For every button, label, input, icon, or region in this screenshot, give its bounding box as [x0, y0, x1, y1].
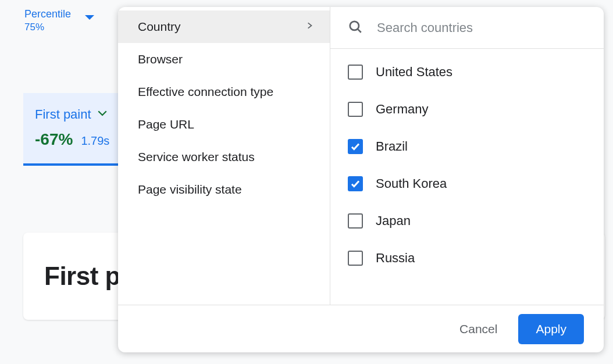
filter-item-effective-connection-type[interactable]: Effective connection type [118, 76, 330, 108]
percentile-label: Percentile [24, 8, 71, 20]
country-label: Brazil [376, 139, 408, 154]
country-label: South Korea [376, 176, 447, 191]
filter-item-page-visibility-state[interactable]: Page visibility state [118, 173, 330, 206]
checkbox[interactable] [348, 176, 363, 191]
filter-item-label: Page URL [138, 117, 194, 131]
filter-item-page-url[interactable]: Page URL [118, 108, 330, 141]
filter-popover: CountryBrowserEffective connection typeP… [118, 7, 604, 352]
country-option-japan[interactable]: Japan [330, 202, 604, 240]
filter-item-label: Page visibility state [138, 183, 242, 197]
country-option-united-states[interactable]: United States [330, 53, 604, 91]
checkbox[interactable] [348, 102, 363, 117]
country-label: United States [376, 65, 452, 80]
apply-button[interactable]: Apply [518, 314, 584, 344]
popover-footer: Cancel Apply [118, 305, 604, 352]
caret-down-icon [85, 15, 94, 20]
filter-item-browser[interactable]: Browser [118, 43, 330, 76]
filter-item-country[interactable]: Country [118, 10, 330, 43]
country-option-russia[interactable]: Russia [330, 240, 604, 277]
filter-item-service-worker-status[interactable]: Service worker status [118, 141, 330, 173]
filter-item-label: Service worker status [138, 150, 255, 164]
checkbox[interactable] [348, 251, 363, 266]
search-row [330, 7, 604, 49]
country-label: Russia [376, 251, 415, 266]
checkbox[interactable] [348, 213, 363, 229]
search-icon [348, 19, 363, 37]
country-option-brazil[interactable]: Brazil [330, 128, 604, 165]
heading-left: First p [44, 262, 120, 291]
filter-item-label: Effective connection type [138, 85, 273, 99]
filter-item-label: Country [138, 20, 181, 34]
country-label: Japan [376, 213, 411, 229]
trend-down-icon [97, 108, 108, 121]
metric-delta: -67% [35, 130, 73, 149]
percentile-dropdown[interactable]: Percentile 75% [24, 8, 94, 33]
chevron-right-icon [305, 19, 313, 35]
cancel-button[interactable]: Cancel [459, 322, 497, 336]
svg-point-0 [350, 21, 359, 30]
checkbox[interactable] [348, 139, 363, 154]
country-option-germany[interactable]: Germany [330, 91, 604, 128]
filter-item-label: Browser [138, 52, 183, 66]
metric-title: First paint [35, 107, 91, 122]
metric-time: 1.79s [81, 134, 109, 148]
country-option-south-korea[interactable]: South Korea [330, 165, 604, 202]
percentile-value: 75% [24, 22, 71, 33]
country-list: United StatesGermanyBrazilSouth KoreaJap… [330, 49, 604, 305]
checkbox[interactable] [348, 65, 363, 80]
filter-type-list: CountryBrowserEffective connection typeP… [118, 7, 330, 305]
search-input[interactable] [377, 20, 586, 35]
country-label: Germany [376, 102, 428, 117]
svg-line-1 [358, 29, 361, 32]
